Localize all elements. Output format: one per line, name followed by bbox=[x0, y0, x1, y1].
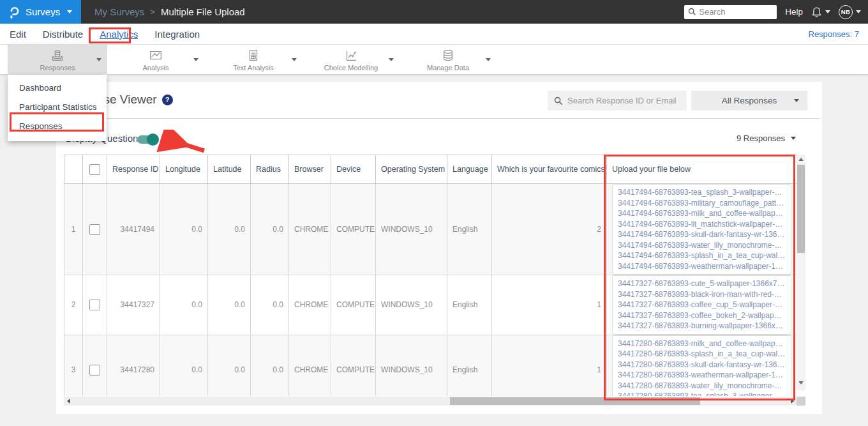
file-link[interactable]: 34417494-68763893-lit_matchstick-wallpap… bbox=[618, 219, 786, 230]
header-device[interactable]: Device bbox=[331, 155, 376, 184]
toolbar-text-analysis[interactable]: Text Analysis bbox=[204, 45, 303, 75]
chevron-down-icon[interactable] bbox=[389, 58, 394, 61]
responses-count[interactable]: Responses: 7 bbox=[809, 24, 860, 45]
toolbar-manage-data[interactable]: Manage Data bbox=[400, 45, 497, 75]
header-operating-system[interactable]: Operating System bbox=[376, 155, 447, 184]
search-icon bbox=[554, 96, 563, 105]
cell-language: English bbox=[447, 184, 492, 275]
display-questions-toggle[interactable] bbox=[137, 135, 157, 144]
scroll-left-icon[interactable] bbox=[67, 399, 70, 404]
file-link[interactable]: 34417280-68763893-skull-dark-fantasy-wr-… bbox=[618, 360, 786, 370]
toggle-knob bbox=[147, 133, 159, 146]
menu-item-participant-statistics[interactable]: Participant Statistics bbox=[8, 98, 107, 117]
response-id-link[interactable]: 34417280 bbox=[107, 335, 160, 396]
file-link[interactable]: 34417280-68763893-tea_splash_3-wallpaper… bbox=[618, 391, 786, 396]
file-link[interactable]: 34417280-68763893-water_lily_monochrome-… bbox=[618, 381, 786, 392]
table-row: 1 34417494 0.0 0.0 0.0 CHROME COMPUTER W… bbox=[64, 184, 797, 275]
chevron-down-icon bbox=[67, 10, 72, 13]
header-language[interactable]: Language bbox=[447, 155, 492, 184]
horizontal-scrollbar-thumb[interactable] bbox=[450, 397, 700, 405]
tab-analytics[interactable]: Analytics bbox=[100, 29, 138, 40]
response-viewer-panel: Response Viewer ? All Responses Display … bbox=[56, 82, 822, 414]
cell-comics-answer: 1 bbox=[492, 275, 607, 335]
global-search-input[interactable] bbox=[699, 7, 769, 17]
row-checkbox[interactable] bbox=[89, 300, 100, 310]
responses-filter-label: All Responses bbox=[722, 96, 777, 105]
manage-data-icon bbox=[441, 49, 455, 63]
header-longitude[interactable]: Longitude bbox=[160, 155, 208, 184]
toolbar-responses[interactable]: Responses bbox=[8, 45, 107, 75]
breadcrumb-my-surveys[interactable]: My Surveys bbox=[94, 6, 144, 17]
file-link[interactable]: 34417494-68763893-skull-dark-fantasy-wr-… bbox=[618, 229, 786, 240]
cell-browser: CHROME bbox=[289, 335, 331, 396]
responses-table: Response ID▲ Longitude Latitude Radius B… bbox=[64, 155, 797, 396]
responses-filter-dropdown[interactable]: All Responses bbox=[691, 91, 807, 110]
chevron-down-icon bbox=[825, 10, 830, 13]
help-link[interactable]: Help bbox=[785, 7, 803, 17]
file-link[interactable]: 34417494-68763893-splash_in_a_tea_cup-wa… bbox=[618, 250, 786, 261]
chevron-down-icon[interactable] bbox=[96, 58, 101, 61]
cell-os: WINDOWS_10 bbox=[376, 275, 447, 335]
chevron-down-icon[interactable] bbox=[292, 58, 297, 61]
text-analysis-icon bbox=[246, 49, 260, 63]
questionpro-logo-icon bbox=[8, 6, 20, 19]
toolbar-choice-modelling[interactable]: Choice Modelling bbox=[303, 45, 400, 75]
menu-item-responses[interactable]: Responses bbox=[8, 117, 107, 136]
vertical-scrollbar[interactable] bbox=[797, 155, 805, 391]
scroll-down-icon[interactable] bbox=[798, 381, 804, 384]
table-row: 3 34417280 0.0 0.0 0.0 CHROME COMPUTER W… bbox=[64, 335, 797, 396]
notifications-menu[interactable] bbox=[811, 6, 830, 18]
header-radius[interactable]: Radius bbox=[251, 155, 289, 184]
cell-browser: CHROME bbox=[289, 184, 331, 275]
header-upload-question[interactable]: Upload your file below bbox=[607, 155, 797, 184]
file-link[interactable]: 34417280-68763893-weatherman-wallpaper-1… bbox=[618, 370, 786, 381]
header-latitude[interactable]: Latitude bbox=[208, 155, 251, 184]
responses-count-dropdown[interactable]: 9 Responses bbox=[737, 133, 796, 143]
cell-device: COMPUTER bbox=[331, 275, 376, 335]
table-row: 2 34417327 0.0 0.0 0.0 CHROME COMPUTER W… bbox=[64, 275, 797, 335]
horizontal-scrollbar[interactable] bbox=[64, 397, 797, 406]
row-checkbox[interactable] bbox=[89, 224, 100, 235]
response-id-link[interactable]: 34417327 bbox=[107, 275, 160, 335]
header-select-all bbox=[83, 155, 107, 184]
menu-item-dashboard[interactable]: Dashboard bbox=[8, 79, 107, 98]
file-link[interactable]: 34417494-68763893-milk_and_coffee-wallpa… bbox=[618, 208, 786, 219]
tab-edit[interactable]: Edit bbox=[10, 29, 26, 40]
header-response-id[interactable]: Response ID▲ bbox=[107, 155, 160, 184]
survey-nav-bar: Edit Distribute Analytics Integration Re… bbox=[0, 24, 868, 45]
file-link[interactable]: 34417494-68763893-weatherman-wallpaper-1… bbox=[618, 261, 786, 272]
help-icon[interactable]: ? bbox=[162, 95, 173, 105]
responses-dropdown-menu: Dashboard Participant Statistics Respons… bbox=[8, 75, 107, 141]
response-id-link[interactable]: 34417494 bbox=[107, 184, 160, 275]
cell-browser: CHROME bbox=[289, 275, 331, 335]
surveys-app-menu[interactable]: Surveys bbox=[0, 0, 81, 24]
chevron-down-icon[interactable] bbox=[486, 58, 491, 61]
file-link[interactable]: 34417494-68763893-tea_splash_3-wallpaper… bbox=[618, 187, 786, 198]
chevron-down-icon[interactable] bbox=[193, 58, 198, 61]
cell-radius: 0.0 bbox=[251, 184, 289, 275]
file-link[interactable]: 34417280-68763893-milk_and_coffee-wallpa… bbox=[618, 339, 786, 349]
vertical-scrollbar-thumb[interactable] bbox=[797, 165, 805, 253]
scroll-right-icon[interactable] bbox=[791, 399, 794, 404]
file-link[interactable]: 34417494-68763893-military_camouflage_pa… bbox=[618, 198, 786, 209]
global-search bbox=[684, 5, 777, 19]
header-comics-question[interactable]: Which is your favourite comics? bbox=[492, 155, 607, 184]
row-checkbox[interactable] bbox=[89, 365, 100, 376]
scroll-up-icon[interactable] bbox=[798, 158, 804, 161]
file-link[interactable]: 34417327-68763893-coffee_bokeh_2-wallpap… bbox=[618, 310, 786, 321]
tab-integration[interactable]: Integration bbox=[154, 29, 200, 40]
file-link[interactable]: 34417280-68763893-splash_in_a_tea_cup-wa… bbox=[618, 349, 786, 360]
file-link[interactable]: 34417327-68763893-burning-wallpaper-1366… bbox=[618, 321, 786, 331]
tab-distribute[interactable]: Distribute bbox=[43, 29, 83, 40]
response-search-input[interactable] bbox=[567, 96, 676, 105]
responses-count-dropdown-label: 9 Responses bbox=[737, 133, 785, 143]
file-link[interactable]: 34417327-68763893-coffee_cup_5-wallpaper… bbox=[618, 300, 786, 310]
account-menu[interactable]: NB bbox=[839, 5, 861, 19]
select-all-checkbox[interactable] bbox=[89, 164, 100, 175]
toolbar-analysis-label: Analysis bbox=[143, 64, 169, 72]
file-link[interactable]: 34417327-68763893-black-iron-man-with-re… bbox=[618, 289, 786, 300]
header-browser[interactable]: Browser bbox=[289, 155, 331, 184]
file-link[interactable]: 34417327-68763893-cute_5-wallpaper-1366x… bbox=[618, 278, 786, 289]
file-link[interactable]: 34417494-68763893-water_lily_monochrome-… bbox=[618, 240, 786, 251]
toolbar-analysis[interactable]: Analysis bbox=[107, 45, 204, 75]
